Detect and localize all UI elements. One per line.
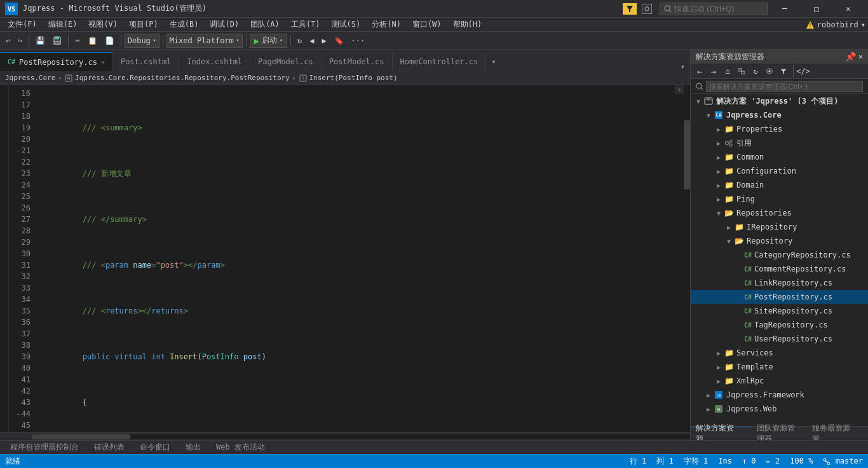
debug-mode-dropdown[interactable]: Debug ▾ (125, 34, 159, 48)
tree-references[interactable]: ▶ 引用 (691, 136, 868, 150)
tree-conf-label: Configuration (736, 167, 796, 176)
tb-redo[interactable]: ↪ (15, 34, 25, 48)
bottom-tab-nuget[interactable]: 程序包管理器控制台 (5, 441, 84, 455)
menu-file[interactable]: 文件(F) (3, 18, 42, 31)
quick-launch-input[interactable] (674, 4, 763, 13)
tb-bookmark[interactable]: 🔖 (331, 34, 347, 48)
tb-refresh[interactable]: ↻ (294, 34, 305, 48)
tree-linkrepo[interactable]: C# LinkRepository.cs (691, 276, 868, 290)
tab-postmodel[interactable]: PostModel.cs (322, 52, 393, 71)
tab-postrepo[interactable]: C# PostRepository.cs ✕ (0, 52, 113, 71)
tb-cut[interactable]: ✂ (72, 34, 83, 48)
tb-save[interactable]: 💾 (32, 34, 48, 48)
tree-repositories[interactable]: ▼ 📂 Repositories (691, 206, 868, 220)
folder-repo-icon: 📂 (734, 236, 744, 246)
tab-homecontroller[interactable]: HomeController.cs (393, 52, 487, 71)
status-zoom: 100 % (790, 457, 813, 465)
tree-categoryrepo[interactable]: C# CategoryRepository.cs (691, 248, 868, 262)
tree-common[interactable]: ▶ 📁 Common (691, 150, 868, 164)
sidebar-bottom-tabs: 解决方案资源... 团队资源管理器 服务器资源管... (691, 426, 868, 440)
sidebar-tab-server[interactable]: 服务器资源管... (807, 427, 868, 441)
tb-nav-forward[interactable]: ▶ (318, 34, 329, 48)
tb-undo[interactable]: ↩ (3, 34, 13, 48)
sidebar-search-input[interactable] (706, 81, 863, 92)
menu-view[interactable]: 视图(V) (83, 18, 123, 31)
ln-41: 41 (9, 374, 36, 385)
sidebar-home[interactable]: ⌂ (721, 65, 734, 78)
sidebar-show-all[interactable] (763, 65, 776, 78)
sidebar-back[interactable]: ← (693, 65, 706, 78)
sidebar-pin[interactable]: 📌 (845, 52, 856, 62)
menu-test[interactable]: 测试(S) (327, 18, 366, 31)
tree-configuration[interactable]: ▶ 📁 Configuration (691, 164, 868, 178)
vertical-scrollbar[interactable] (684, 85, 690, 432)
window-controls (642, 4, 652, 14)
svg-rect-18 (742, 71, 744, 74)
tree-ping[interactable]: ▶ 📁 Ping (691, 192, 868, 206)
vs-logo: VS (5, 3, 18, 15)
sidebar-tab-team[interactable]: 团队资源管理器 (752, 427, 808, 441)
menu-help[interactable]: 帮助(H) (448, 18, 487, 31)
restore-button[interactable]: □ (802, 0, 831, 18)
tab-overflow[interactable]: ▾ (486, 52, 501, 71)
warning-icon: ! (806, 20, 815, 29)
minimize-button[interactable]: ─ (770, 0, 799, 18)
platform-dropdown[interactable]: Mixed Platform ▾ (166, 34, 243, 48)
sidebar-refresh[interactable]: ↻ (749, 65, 762, 78)
tree-properties[interactable]: ▶ 📁 Properties (691, 122, 868, 136)
tab-post-cshtml[interactable]: Post.cshtml (113, 52, 179, 71)
close-button[interactable]: ✕ (834, 0, 863, 18)
menu-project[interactable]: 项目(P) (124, 18, 163, 31)
menu-tools[interactable]: 工具(T) (286, 18, 325, 31)
bottom-tab-errors[interactable]: 错误列表 (89, 441, 130, 455)
code-content[interactable]: /// <summary> /// 新增文章 /// </summary> //… (41, 85, 684, 432)
tab-close-postrepo[interactable]: ✕ (101, 59, 105, 65)
tab-list-button[interactable]: ▾ (675, 62, 690, 71)
quick-launch-search[interactable] (660, 3, 768, 15)
menu-debug[interactable]: 调试(D) (205, 18, 244, 31)
tab-pagemodel[interactable]: PageModel.cs (250, 52, 322, 71)
scroll-expand[interactable]: + (675, 85, 684, 94)
sidebar-filter[interactable] (777, 65, 790, 78)
tree-xmlrpc[interactable]: ▶ 📁 XmlRpc (691, 374, 868, 388)
tree-commentrepo[interactable]: C# CommentRepository.cs (691, 262, 868, 276)
fold-21[interactable]: − (17, 145, 20, 156)
tree-siterepo[interactable]: C# SiteRepository.cs (691, 304, 868, 318)
tree-framework[interactable]: ▶ C# Jqpress.Framework (691, 388, 868, 402)
tree-repository[interactable]: ▼ 📂 Repository (691, 234, 868, 248)
sidebar-forward[interactable]: → (707, 65, 720, 78)
bottom-tab-output[interactable]: 输出 (180, 441, 206, 455)
tree-jqpress-core[interactable]: ▼ C# Jqpress.Core (691, 108, 868, 122)
menu-analyze[interactable]: 分析(N) (367, 18, 406, 31)
tree-web[interactable]: ▶ W Jqpress.Web (691, 402, 868, 416)
tb-nav-back[interactable]: ◀ (306, 34, 317, 48)
tb-more[interactable]: ··· (348, 34, 369, 48)
tree-template[interactable]: ▶ 📁 Template (691, 360, 868, 374)
sidebar-close[interactable]: ✕ (858, 52, 863, 61)
tree-tagrepo[interactable]: C# TagRepository.cs (691, 318, 868, 332)
ln-24: 24 (9, 179, 36, 191)
tb-copy[interactable]: 📋 (85, 34, 100, 48)
menu-build[interactable]: 生成(B) (165, 18, 204, 31)
bottom-tab-cmd[interactable]: 命令窗口 (135, 441, 175, 455)
tb-paste[interactable]: 📄 (102, 34, 118, 48)
sidebar-tab-solution[interactable]: 解决方案资源... (691, 427, 752, 441)
tree-userrepo[interactable]: C# UserRepository.cs (691, 332, 868, 346)
menu-edit[interactable]: 编辑(E) (43, 18, 83, 31)
tab-index-cshtml[interactable]: Index.cshtml (179, 52, 250, 71)
tree-irepository[interactable]: ▶ 📁 IRepository (691, 220, 868, 234)
bottom-tab-publish[interactable]: Web 发布活动 (211, 441, 270, 455)
fold-44[interactable]: − (17, 408, 20, 420)
tb-save-all[interactable] (50, 34, 65, 48)
tree-services[interactable]: ▶ 📁 Services (691, 346, 868, 360)
menu-window[interactable]: 窗口(W) (407, 18, 447, 31)
menu-team[interactable]: 团队(A) (245, 18, 285, 31)
horizontal-scrollbar[interactable] (32, 434, 690, 439)
sidebar-code-view[interactable]: </> (797, 65, 810, 78)
tree-solution[interactable]: ▼ S 解决方案 'Jqpress' (3 个项目) (691, 94, 868, 108)
tree-postrepo[interactable]: C# PostRepository.cs (691, 290, 868, 304)
start-button[interactable]: ▶ 启动 ▾ (250, 34, 287, 48)
sidebar-collapse[interactable] (735, 65, 748, 78)
tree-domain[interactable]: ▶ 📁 Domain (691, 178, 868, 192)
pin-icon[interactable] (642, 4, 652, 14)
